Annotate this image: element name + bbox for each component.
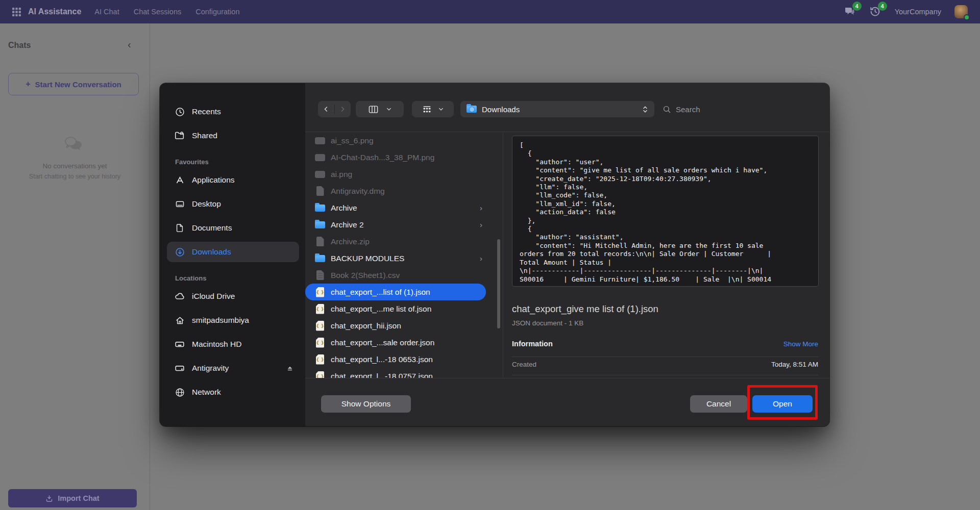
sidebar-item-macintosh-hd[interactable]: Macintosh HD (167, 334, 299, 354)
cancel-button[interactable]: Cancel (690, 395, 747, 413)
folder-row[interactable]: Archive 2› (305, 216, 503, 233)
forward-button[interactable] (335, 106, 351, 113)
external-drive-icon (174, 363, 185, 374)
sidebar-item-antigravity[interactable]: Antigravity (167, 358, 299, 378)
nav-item-configuration[interactable]: Configuration (195, 8, 239, 16)
file-row[interactable]: Antigravity.dmg (305, 183, 503, 199)
image-file-icon (314, 154, 326, 161)
document-icon (174, 222, 185, 234)
desktop-icon (174, 198, 185, 210)
empty-state-title: No conversations yet (0, 162, 150, 170)
chevron-down-icon (386, 106, 392, 112)
group-by-icon (422, 105, 432, 114)
company-name[interactable]: YourCompany (895, 8, 941, 16)
empty-chat-bubbles-icon (63, 136, 85, 152)
downloads-folder-icon (467, 106, 477, 113)
navbar-right: 4 4 YourCompany (844, 5, 968, 18)
app-store-icon (174, 174, 185, 186)
avatar[interactable] (954, 5, 968, 18)
search-field[interactable]: Search (663, 101, 700, 117)
chats-panel-title: Chats (8, 41, 31, 50)
sidebar-item-documents[interactable]: Documents (167, 218, 299, 238)
sidebar-item-desktop[interactable]: Desktop (167, 194, 299, 214)
preview-filename: chat_export_give me list of (1).json (512, 303, 658, 315)
dialog-sidebar: Recents Shared Favourites Applications (160, 83, 305, 426)
file-row[interactable]: Book 2(Sheet1).csv (305, 267, 503, 284)
search-placeholder: Search (676, 105, 700, 114)
view-mode-button[interactable] (356, 101, 404, 117)
sidebar-item-recents[interactable]: Recents (167, 101, 299, 122)
sidebar-item-label: iCloud Drive (192, 292, 235, 301)
file-row[interactable]: { }chat_export_...me list of.json (305, 300, 503, 317)
show-options-button[interactable]: Show Options (321, 395, 411, 413)
information-row: Information Show More (512, 340, 818, 348)
eject-icon[interactable] (286, 364, 294, 372)
brand: AI Assistance (12, 7, 81, 16)
image-file-icon (314, 137, 326, 144)
show-more-link[interactable]: Show More (783, 340, 818, 348)
file-row[interactable]: AI-Chat-Dash...3_38_PM.png (305, 149, 503, 166)
cloud-icon (174, 291, 185, 302)
info-divider (512, 356, 818, 357)
top-navbar: AI Assistance AI Chat Chat Sessions Conf… (0, 0, 980, 23)
file-row[interactable]: { }chat_export_hii.json (305, 317, 503, 334)
created-divider (512, 375, 818, 375)
history-badge: 4 (878, 2, 887, 11)
file-row[interactable]: ai_ss_6.png (305, 132, 503, 149)
sidebar-item-icloud-drive[interactable]: iCloud Drive (167, 286, 299, 307)
sidebar-item-label: Network (192, 388, 221, 397)
sidebar-item-home[interactable]: smitpadsumbiya (167, 310, 299, 330)
sidebar-item-label: Applications (192, 175, 235, 185)
history-icon[interactable]: 4 (869, 6, 881, 18)
open-button[interactable]: Open (752, 395, 813, 413)
sidebar-item-downloads[interactable]: Downloads (167, 242, 299, 262)
doc-file-icon (314, 186, 326, 196)
chevron-down-icon (438, 106, 444, 112)
location-popup[interactable]: Downloads (460, 101, 654, 117)
popup-updown-icon (642, 106, 648, 113)
file-row[interactable]: { }chat_export_l...-18 0653.json (305, 351, 503, 368)
image-file-icon (314, 171, 326, 178)
import-chat-button[interactable]: Import Chat (8, 489, 137, 507)
bottom-bar-divider (305, 378, 829, 378)
sidebar-divider (150, 23, 150, 510)
chevron-right-icon: › (480, 220, 482, 229)
collapse-panel-icon[interactable]: ‹ (128, 39, 131, 49)
back-button[interactable] (318, 106, 334, 113)
file-row-selected[interactable]: { }chat_export_...list of (1).json (305, 284, 486, 300)
doc-file-icon (314, 237, 326, 246)
file-row[interactable]: ai.png (305, 166, 503, 183)
globe-icon (174, 387, 185, 398)
file-row[interactable]: { }chat_export_...sale order.json (305, 334, 503, 351)
created-label: Created (512, 361, 536, 368)
scrollbar-thumb[interactable] (497, 239, 500, 328)
file-row[interactable]: Archive.zip (305, 233, 503, 250)
sidebar-item-label: Antigravity (192, 364, 229, 373)
nav-item-chat-sessions[interactable]: Chat Sessions (134, 8, 182, 16)
json-file-icon: { } (314, 287, 326, 297)
created-value: Today, 8:51 AM (771, 361, 818, 368)
file-row[interactable]: { }chat_export_l...-18 0757.json (305, 368, 503, 378)
online-status-dot (964, 14, 970, 20)
screen: AI Assistance AI Chat Chat Sessions Conf… (0, 0, 980, 510)
json-file-icon: { } (314, 338, 326, 348)
preview-file-kind: JSON document - 1 KB (512, 319, 583, 327)
sidebar-item-network[interactable]: Network (167, 382, 299, 402)
folder-row[interactable]: BACKUP MODULES› (305, 250, 503, 267)
sidebar-item-shared[interactable]: Shared (167, 125, 299, 146)
start-new-conversation-button[interactable]: + Start New Conversation (8, 73, 139, 95)
folder-row[interactable]: Archive› (305, 199, 503, 216)
app-grid-icon[interactable] (12, 8, 21, 16)
nav-item-ai-chat[interactable]: AI Chat (94, 8, 119, 16)
sidebar-item-label: Shared (192, 131, 217, 140)
sidebar-item-label: smitpadsumbiya (192, 316, 249, 325)
sidebar-item-label: Recents (192, 107, 221, 116)
folder-icon (314, 255, 326, 262)
search-icon (663, 105, 671, 114)
start-new-conversation-label: Start New Conversation (35, 80, 121, 89)
sidebar-item-applications[interactable]: Applications (167, 170, 299, 190)
chevron-right-icon: › (480, 254, 482, 263)
group-by-button[interactable] (412, 101, 454, 117)
sidebar-item-label: Macintosh HD (192, 340, 241, 349)
messages-icon[interactable]: 4 (844, 6, 856, 18)
